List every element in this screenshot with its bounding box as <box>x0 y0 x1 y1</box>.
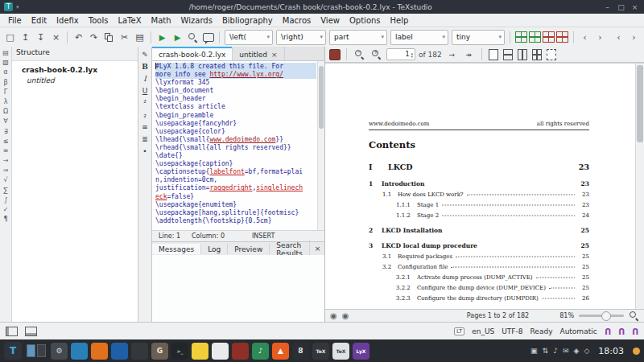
add-row-icon[interactable] <box>529 31 541 43</box>
code-line[interactable]: \usepackage{enumitem} <box>155 201 316 209</box>
view-pdf-icon[interactable] <box>186 30 200 44</box>
toc-entry[interactable]: 3.2Configuration file25 <box>382 264 589 270</box>
toc-entry[interactable]: 3.2.3Configure the dump directory (DUMPD… <box>396 295 589 302</box>
exists-icon[interactable]: ∃ <box>3 128 7 135</box>
virtual-desktop-pager[interactable] <box>27 344 46 357</box>
toc-entry[interactable]: 1.1.2Stage 224 <box>396 212 589 219</box>
lyx-icon[interactable]: LyX <box>353 343 369 360</box>
code-line[interactable]: \usepackage[hang,splitrule]{footmisc} <box>155 209 316 217</box>
menu-wizards[interactable]: Wizards <box>176 15 217 26</box>
menu-view[interactable]: View <box>316 15 345 26</box>
paste-icon[interactable]: ▤ <box>133 30 147 44</box>
integral-icon[interactable]: ∫ <box>4 196 7 204</box>
remove-col-icon[interactable] <box>556 31 568 43</box>
maximize-button[interactable]: □ <box>616 3 626 11</box>
fullscreen-view-icon[interactable] <box>547 49 556 60</box>
tab-close-icon[interactable]: × <box>271 51 278 59</box>
magnet-icon-a[interactable]: U <box>605 327 611 335</box>
greek-beta-icon[interactable]: β <box>3 79 7 86</box>
code-line[interactable]: \usepackage{caption} <box>155 160 316 168</box>
menu-options[interactable]: Options <box>345 15 386 26</box>
code-line[interactable]: \usepackage{fancyhdr} <box>155 120 316 128</box>
zoom-slider-knob[interactable] <box>601 311 611 321</box>
congruent-icon[interactable]: ≅ <box>3 147 9 154</box>
menu-latex[interactable]: LaTeX <box>113 15 146 26</box>
bullet-list-icon[interactable]: • <box>142 147 147 155</box>
eight-ball-icon[interactable]: 8 <box>292 343 309 360</box>
code-line[interactable]: n,indention=0cm, <box>155 176 316 184</box>
toggle-messages-icon[interactable] <box>25 327 37 336</box>
subscript-icon[interactable]: ₂ <box>143 111 147 119</box>
clipboard-tray-icon[interactable]: ▣ <box>530 347 538 355</box>
toolbar-overflow-right-icon[interactable]: › <box>627 30 641 44</box>
code-line[interactable]: \begin_preamble <box>155 112 316 120</box>
new-file-icon[interactable]: □ <box>3 30 17 44</box>
code-line[interactable]: \addtolength{\footskip}{0.5cm} <box>155 217 316 225</box>
toc-entry[interactable]: 3.1Required packages25 <box>382 253 589 260</box>
file-manager-icon[interactable] <box>71 343 88 360</box>
code-line[interactable]: \lhead{\small{www.dedoimedo.com}} <box>155 136 316 144</box>
structure-item[interactable]: crash-book-0.2.lyx <box>14 65 136 76</box>
presentation-mode-icon[interactable]: ◉ <box>342 312 349 320</box>
code-line[interactable]: justification=raggedright,singlelinech <box>155 184 316 192</box>
linebreak-label[interactable]: Automatic <box>559 327 597 335</box>
greek-gamma-icon[interactable]: Γ <box>4 88 7 96</box>
leq-icon[interactable]: ≤ <box>3 138 9 145</box>
page-number-spinner[interactable]: 1 ▴ ▾ <box>386 48 415 60</box>
code-line[interactable]: eck=false} <box>155 193 316 201</box>
toc-entry[interactable]: 1.1How does LKCD work?23 <box>382 191 589 198</box>
menu-idefix[interactable]: Idefix <box>52 15 84 26</box>
editor-scrollbar[interactable] <box>317 61 324 230</box>
magnet-icon-b[interactable]: U <box>618 327 625 335</box>
check-icon[interactable]: ✓ <box>3 206 9 213</box>
zoom-in-icon[interactable]: + <box>369 47 383 62</box>
editor-tab[interactable]: untitled× <box>233 47 284 60</box>
writer-icon[interactable] <box>212 343 229 360</box>
panel-close-icon[interactable]: × <box>310 245 326 253</box>
zoom-slider[interactable] <box>579 315 624 317</box>
menu-tools[interactable]: Tools <box>84 15 114 26</box>
edit-icon[interactable]: ✎ <box>142 51 148 59</box>
prev-item-icon[interactable]: ‹ <box>578 30 592 44</box>
build-and-view-icon[interactable]: ▶ <box>155 30 169 44</box>
okular-icon[interactable] <box>232 343 249 360</box>
app-launcher-icon[interactable]: T <box>4 342 22 360</box>
pdf-page-area[interactable]: www.dedoimedo.com all rights reserved Co… <box>325 63 644 309</box>
texlive-icon[interactable]: TeX <box>312 343 329 360</box>
panel-tab-log[interactable]: Log <box>201 244 228 254</box>
toc-entry[interactable]: 1.1.1Stage 123 <box>396 202 589 208</box>
greek-lambda-icon[interactable]: λ <box>4 98 8 105</box>
toc-entry[interactable]: ILKCD23 <box>369 162 589 171</box>
close-button[interactable]: × <box>630 3 640 11</box>
network-tray-icon[interactable]: ⇅ <box>543 347 549 355</box>
pdf-scrollbar[interactable] <box>635 64 644 309</box>
open-file-icon[interactable]: ↥ <box>19 30 32 44</box>
font-size-combo[interactable]: tiny ▾ <box>452 30 505 45</box>
two-page-view-icon[interactable] <box>518 49 527 60</box>
comment-icon[interactable] <box>201 30 215 44</box>
grid-view-icon[interactable] <box>532 49 542 60</box>
sectioning-combo[interactable]: part ▾ <box>329 30 387 45</box>
structure-panel-icon[interactable]: ▤ <box>2 49 9 56</box>
next-item-icon[interactable]: › <box>593 30 607 44</box>
clock[interactable]: 18:03 <box>598 346 624 356</box>
thunderbird-icon[interactable] <box>111 343 128 360</box>
greek-alpha-icon[interactable]: α <box>3 68 7 76</box>
toc-entry[interactable]: 3LKCD local dump procedure25 <box>369 242 589 249</box>
encoding-label[interactable]: UTF-8 <box>502 327 522 335</box>
menu-file[interactable]: File <box>3 15 27 26</box>
code-line[interactable]: \captionsetup{labelfont=bf,format=plai <box>155 168 316 176</box>
system-settings-icon[interactable]: ⚙ <box>51 343 68 360</box>
menu-macros[interactable]: Macros <box>278 15 316 26</box>
bold-icon[interactable]: B <box>142 63 148 71</box>
align-left-icon[interactable]: ≡ <box>142 123 148 131</box>
cursor-mode-icon[interactable]: ◉ <box>330 312 337 320</box>
magnet-icon-c[interactable]: U <box>632 327 638 335</box>
language-label[interactable]: en_US <box>472 327 494 335</box>
kate-icon[interactable] <box>131 343 148 360</box>
align-center-icon[interactable]: ≣ <box>142 135 148 143</box>
single-page-view-icon[interactable] <box>489 49 498 60</box>
save-icon[interactable]: ↧ <box>34 30 47 44</box>
toc-entry[interactable]: 2LKCD Installation25 <box>369 227 589 234</box>
insert-table-icon[interactable] <box>515 31 527 43</box>
